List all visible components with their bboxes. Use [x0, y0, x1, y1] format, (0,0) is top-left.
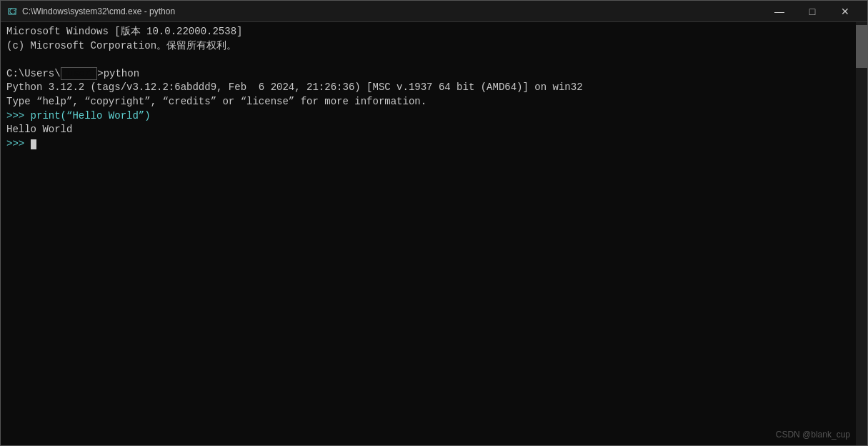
- maximize-button[interactable]: □: [796, 1, 829, 22]
- close-button[interactable]: ✕: [829, 1, 862, 22]
- terminal-line: Type “help”, “copyright”, “credits” or “…: [6, 95, 862, 109]
- cursor: [31, 139, 36, 149]
- cmd-icon: C:\: [6, 6, 18, 17]
- terminal-line: [6, 53, 862, 67]
- terminal-line: (c) Microsoft Corporation。保留所有权利。: [6, 39, 862, 54]
- svg-text:C:\: C:\: [9, 9, 17, 15]
- titlebar-left: C:\ C:\Windows\system32\cmd.exe - python: [6, 6, 175, 17]
- terminal-prompt: >>>: [6, 137, 862, 152]
- scrollbar-thumb[interactable]: [856, 25, 867, 68]
- watermark: CSDN @blank_cup: [776, 430, 850, 440]
- terminal-line: Microsoft Windows [版本 10.0.22000.2538]: [6, 25, 862, 39]
- terminal-line: >>> print(“Hello World”): [6, 109, 862, 124]
- window-title: C:\Windows\system32\cmd.exe - python: [22, 6, 175, 16]
- terminal-line: C:\Users\user>python: [6, 67, 862, 81]
- window-controls: — □ ✕: [763, 1, 862, 22]
- scrollbar[interactable]: [856, 22, 867, 445]
- titlebar: C:\ C:\Windows\system32\cmd.exe - python…: [1, 1, 867, 22]
- terminal-line: Python 3.12.2 (tags/v3.12.2:6abddd9, Feb…: [6, 81, 862, 95]
- cmd-window: C:\ C:\Windows\system32\cmd.exe - python…: [0, 0, 868, 446]
- minimize-button[interactable]: —: [763, 1, 796, 22]
- terminal-line: Hello World: [6, 123, 862, 137]
- terminal-body[interactable]: Microsoft Windows [版本 10.0.22000.2538] (…: [1, 22, 867, 445]
